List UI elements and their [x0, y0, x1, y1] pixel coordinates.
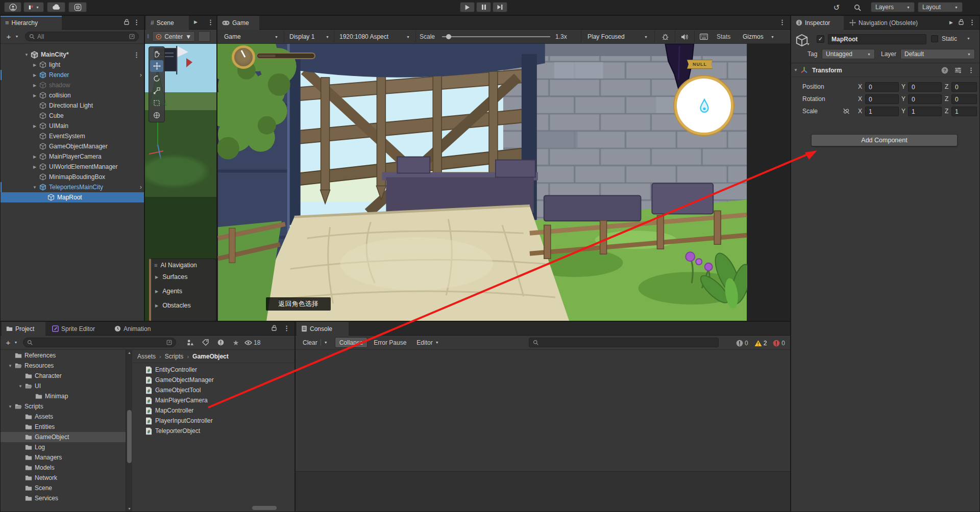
scrollbar-thumb[interactable]: [252, 506, 277, 510]
view-tool-button[interactable]: [150, 48, 163, 60]
filter-by-type-button[interactable]: [182, 339, 198, 346]
file-playerinputcontroller[interactable]: #PlayerInputController: [132, 416, 295, 426]
transform-tool-button[interactable]: [150, 109, 163, 121]
pivot-dropdown[interactable]: Center ▼: [152, 31, 195, 42]
file-teleporterobject[interactable]: #TeleporterObject: [132, 426, 295, 436]
expander-icon[interactable]: ▶: [31, 165, 38, 169]
hierarchy-item-cube[interactable]: Cube: [1, 111, 144, 121]
tab-scroll-right-icon[interactable]: ▶: [194, 19, 198, 24]
stats-button[interactable]: Stats: [714, 32, 733, 42]
ai-nav-item-agents[interactable]: ▶Agents: [151, 284, 216, 298]
hidden-packages-button[interactable]: [213, 339, 228, 346]
layout-dropdown[interactable]: Layout▼: [918, 2, 963, 12]
transform-rotation-y-field[interactable]: 0: [908, 94, 942, 104]
hierarchy-item-maproot[interactable]: MapRoot: [1, 192, 144, 202]
project-folder-services[interactable]: Services: [1, 493, 126, 503]
focus-mode-dropdown[interactable]: Play Focused▼: [584, 32, 651, 42]
expander-icon[interactable]: ▶: [155, 289, 158, 294]
debug-button[interactable]: [658, 32, 672, 41]
hierarchy-item-eventsystem[interactable]: EventSystem: [1, 131, 144, 141]
files-hscrollbar[interactable]: [132, 506, 292, 510]
project-folder-resources[interactable]: ▼Resources: [1, 361, 126, 371]
file-entitycontroller[interactable]: #EntityController: [132, 365, 295, 375]
create-button[interactable]: +: [4, 32, 14, 41]
hierarchy-item-light[interactable]: ▶light: [1, 60, 144, 70]
open-prefab-icon[interactable]: ›: [140, 184, 142, 190]
project-folder-log[interactable]: Log: [1, 442, 126, 452]
panel-menu-icon[interactable]: ⋮: [133, 18, 140, 26]
hierarchy-item-uiworldelementmanager[interactable]: ▶UIWorldElementManager: [1, 162, 144, 172]
display-dropdown[interactable]: Display 1▼: [286, 32, 333, 42]
drag-handle-icon[interactable]: ≡: [154, 262, 157, 268]
file-gameobjecttool[interactable]: #GameObjectTool: [132, 385, 295, 395]
cloud-button[interactable]: [47, 2, 65, 12]
editor-dropdown[interactable]: Editor ▼: [412, 337, 443, 348]
tab-game[interactable]: Game: [217, 16, 259, 30]
hierarchy-item-directional-light[interactable]: Directional Light: [1, 100, 144, 111]
step-button[interactable]: [493, 2, 507, 12]
project-folder-character[interactable]: Character: [1, 371, 126, 381]
rect-tool-button[interactable]: [150, 97, 163, 109]
scale-tool-button[interactable]: [150, 85, 163, 96]
transform-position-x-field[interactable]: 0: [865, 82, 899, 92]
expander-icon[interactable]: ▶: [155, 303, 158, 308]
tab-hierarchy[interactable]: ≡ Hierarchy: [1, 16, 62, 30]
hierarchy-item-uimain[interactable]: ▶UIMain: [1, 121, 144, 131]
filter-by-label-button[interactable]: [198, 339, 213, 346]
expander-icon[interactable]: ▼: [7, 364, 14, 368]
file-mapcontroller[interactable]: #MapController: [132, 405, 295, 416]
console-log-area[interactable]: [296, 350, 790, 471]
file-mainplayercamera[interactable]: #MainPlayerCamera: [132, 395, 295, 405]
search-everywhere-button[interactable]: [851, 2, 864, 13]
console-warning-count[interactable]: 2: [751, 340, 770, 347]
scale-slider[interactable]: [442, 36, 550, 37]
tab-project[interactable]: Project: [2, 322, 45, 336]
pause-button[interactable]: [476, 2, 491, 12]
hierarchy-item-render[interactable]: ▶Render›: [1, 70, 144, 80]
expander-icon[interactable]: ▶: [31, 73, 38, 78]
expander-icon[interactable]: ▶: [31, 93, 38, 98]
scroll-up-icon[interactable]: ▲: [128, 351, 131, 354]
panel-menu-icon[interactable]: ⋮: [969, 18, 975, 26]
hierarchy-item-shadow[interactable]: ▶shadow: [1, 80, 144, 90]
scroll-down-icon[interactable]: ▼: [128, 507, 131, 510]
transform-position-z-field[interactable]: 0: [951, 82, 977, 92]
lock-icon[interactable]: [958, 19, 964, 25]
transform-scale-y-field[interactable]: 1: [908, 107, 942, 116]
ai-nav-item-surfaces[interactable]: ▶Surfaces: [151, 270, 216, 284]
project-folder-models[interactable]: Models: [1, 463, 126, 473]
tab-inspector[interactable]: Inspector: [791, 16, 844, 30]
layers-dropdown[interactable]: Layers▼: [871, 2, 915, 12]
transform-rotation-x-field[interactable]: 0: [865, 94, 899, 104]
breadcrumb-scripts[interactable]: Scripts: [165, 353, 184, 360]
game-target-dropdown[interactable]: Game▼: [220, 32, 282, 42]
scrollbar-thumb[interactable]: [127, 410, 132, 463]
collapse-button[interactable]: Collapse: [335, 337, 368, 348]
project-folder-network[interactable]: Network: [1, 473, 126, 483]
rotate-tool-button[interactable]: [150, 72, 163, 84]
hidden-count-button[interactable]: 18: [244, 339, 260, 346]
move-tool-button[interactable]: [150, 60, 163, 72]
hierarchy-item-minimapboudingbox[interactable]: MinimapBoudingBox: [1, 172, 144, 182]
console-detail-area[interactable]: [296, 471, 790, 511]
console-info-count[interactable]: 0: [733, 340, 751, 347]
transform-position-y-field[interactable]: 0: [908, 82, 942, 92]
expander-icon[interactable]: ▶: [31, 63, 38, 67]
hierarchy-item-teleportersmaincity[interactable]: ▼TeleportersMainCity›: [1, 182, 144, 192]
play-button[interactable]: [460, 2, 475, 12]
project-folder-entities[interactable]: Entities: [1, 422, 126, 432]
account-button[interactable]: [4, 2, 21, 12]
open-prefab-icon[interactable]: ›: [140, 72, 142, 78]
expander-icon[interactable]: ▶: [31, 124, 38, 129]
breadcrumb-gameobject[interactable]: GameObject: [192, 353, 229, 360]
rotation-dropdown-partial[interactable]: [198, 31, 210, 42]
presets-icon[interactable]: [954, 67, 962, 73]
expander-icon[interactable]: ▶: [155, 275, 158, 279]
project-folder-gameobject[interactable]: GameObject: [1, 432, 126, 442]
create-button[interactable]: +: [4, 338, 13, 347]
clear-button[interactable]: Clear ▼: [299, 337, 332, 348]
tab-navigation-obsolete[interactable]: Navigation (Obsolete): [845, 16, 950, 30]
tree-scrollbar[interactable]: ▲ ▼: [126, 350, 132, 511]
game-viewport[interactable]: NULL 返回角色选择: [217, 44, 791, 321]
error-pause-button[interactable]: Error Pause: [370, 337, 410, 348]
